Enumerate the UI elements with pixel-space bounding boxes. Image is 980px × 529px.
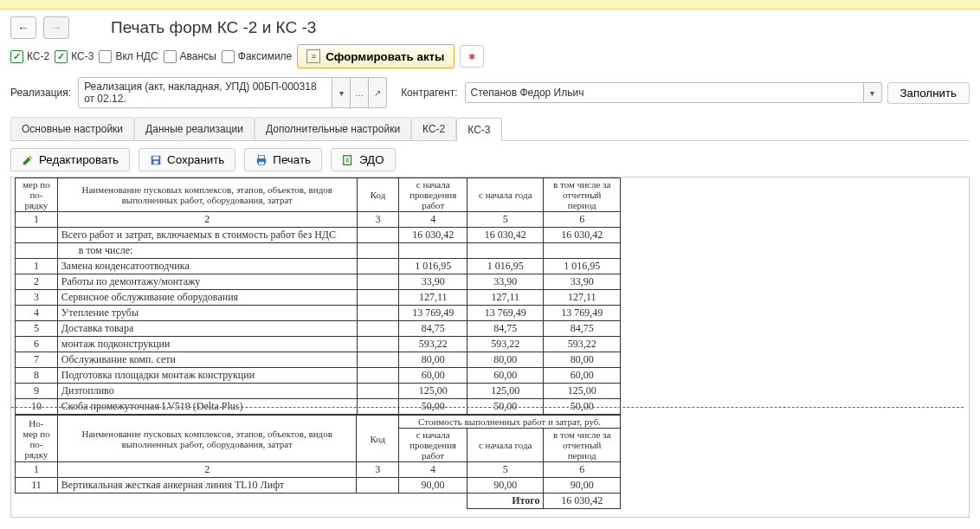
table-row: 4Утепление трубы13 769,4913 769,4913 769… [16, 306, 621, 321]
col-num-6: 6 [544, 212, 621, 228]
col-head-name2: Наименование пусковых комплексов, этапов… [57, 416, 357, 462]
cost-header: Стоимость выполненных работ и затрат, ру… [399, 416, 621, 429]
edit-button[interactable]: Редактировать [10, 148, 130, 171]
table-row: 7Обслуживание комп. сети80,0080,0080,00 [16, 352, 621, 368]
contragent-label: Контрагент: [401, 87, 457, 99]
table-row: 1Замена конденсатоотводчика1 016,951 016… [16, 259, 621, 274]
nav-back-button[interactable]: ← [10, 16, 36, 39]
save-button[interactable]: Сохранить [139, 148, 235, 171]
checkbox-advances[interactable]: Авансы [164, 50, 216, 63]
pencil-icon [22, 154, 34, 166]
table-row: 9Дизтопливо125,00125,00125,00 [16, 384, 621, 399]
svg-rect-4 [259, 155, 265, 158]
checkbox-mark-icon [10, 50, 23, 63]
fill-button[interactable]: Заполнить [887, 82, 970, 104]
select-button[interactable]: … [351, 77, 369, 108]
extra-action-button[interactable]: ✱ [460, 45, 484, 68]
chevron-down-icon: ▾ [339, 88, 344, 98]
ellipsis-icon: … [355, 88, 364, 98]
col-num-3: 3 [357, 212, 399, 228]
tab-ks2[interactable]: КС-2 [411, 117, 456, 140]
tab-main-settings[interactable]: Основные настройки [10, 117, 134, 140]
document-icon: ≡ [306, 49, 320, 63]
open-link-icon: ↗ [374, 88, 381, 98]
col-head-name: Наименование пусковых комплексов, этапов… [57, 178, 357, 212]
col-num-5: 5 [467, 212, 544, 228]
open-button[interactable]: ↗ [369, 77, 387, 108]
col-num-1: 1 [16, 212, 58, 228]
tab-extra-settings[interactable]: Дополнительные настройки [255, 117, 411, 140]
nav-forward-button: → [43, 16, 69, 39]
arrow-left-icon: ← [17, 22, 29, 34]
table-row: 2Работы по демонтажу/монтажу33,9033,9033… [16, 274, 621, 290]
contragent-dropdown-button[interactable]: ▾ [864, 82, 882, 103]
sparkle-icon: ✱ [468, 52, 475, 61]
realization-input[interactable]: Реализация (акт, накладная, УПД) 00БП-00… [78, 77, 332, 108]
table-row: 8Подготовка площадки монтаж конструкции6… [16, 368, 621, 384]
table-row: 11 Вертикальная жесткая анкерная линия T… [16, 478, 621, 494]
table-row: 3Сервисное обслуживание оборудования127,… [16, 290, 621, 306]
chevron-down-icon: ▾ [870, 88, 874, 98]
print-preview-area[interactable]: мер попо-рядку Наименование пусковых ком… [10, 177, 970, 518]
checkbox-empty-icon [164, 50, 177, 63]
col-head-num2: Но-мер попо-рядку [16, 416, 58, 462]
checkbox-empty-icon [222, 50, 235, 63]
tab-bar: Основные настройки Данные реализации Доп… [10, 117, 970, 141]
generate-acts-button[interactable]: ≡ Сформировать акты [297, 44, 454, 68]
col-head-period2: в том числе за отчетный период [544, 429, 621, 462]
svg-rect-1 [153, 156, 159, 159]
checkbox-ks2[interactable]: КС-2 [10, 50, 49, 63]
checkbox-empty-icon [99, 50, 112, 63]
checkbox-mark-icon [55, 50, 68, 63]
col-num-2: 2 [57, 212, 357, 228]
header-notification-bar [0, 0, 980, 10]
checkbox-ks3[interactable]: КС-3 [55, 50, 93, 63]
realization-label: Реализация: [10, 87, 71, 99]
including-row: в том числе: [57, 243, 357, 259]
page-title: Печать форм КС -2 и КС -3 [111, 18, 316, 37]
checkbox-nds[interactable]: Вкл НДС [99, 50, 158, 63]
col-head-num: мер попо-рядку [16, 178, 58, 212]
itogo-value: 16 030,42 [544, 494, 621, 509]
svg-rect-5 [259, 161, 265, 165]
col-num-4: 4 [399, 212, 467, 228]
dropdown-button[interactable]: ▾ [332, 77, 351, 108]
table-row: 5Доставка товара84,7584,7584,75 [16, 321, 621, 337]
svg-rect-2 [153, 160, 158, 164]
page-break-line [11, 407, 964, 408]
checkbox-fax[interactable]: Факсимиле [222, 50, 293, 63]
table-row: 6монтаж подконструкции593,22593,22593,22 [16, 337, 621, 352]
itogo-label: Итого [467, 494, 544, 509]
col-head-from-year: с начала года [467, 178, 544, 212]
floppy-icon [150, 154, 162, 166]
col-head-code2: Код [357, 416, 399, 462]
col-head-period: в том числе за отчетный период [544, 178, 621, 212]
col-head-from-year2: с начала года [467, 429, 544, 462]
edo-button[interactable]: ЭДО [331, 148, 396, 171]
tab-realization-data[interactable]: Данные реализации [134, 117, 255, 140]
printer-icon [255, 154, 268, 166]
col-head-from-start2: с начала проведения работ [399, 429, 467, 462]
total-works-row: Всего работ и затрат, включаемых в стоим… [57, 228, 357, 243]
edo-icon [342, 154, 354, 166]
contragent-input[interactable]: Степанов Федор Ильич [465, 82, 864, 103]
tab-ks3[interactable]: КС-3 [456, 118, 501, 141]
col-head-from-start: с начала проведения работ [399, 178, 467, 212]
col-head-code: Код [357, 178, 399, 212]
arrow-right-icon: → [50, 22, 62, 34]
print-button[interactable]: Печать [244, 148, 322, 171]
